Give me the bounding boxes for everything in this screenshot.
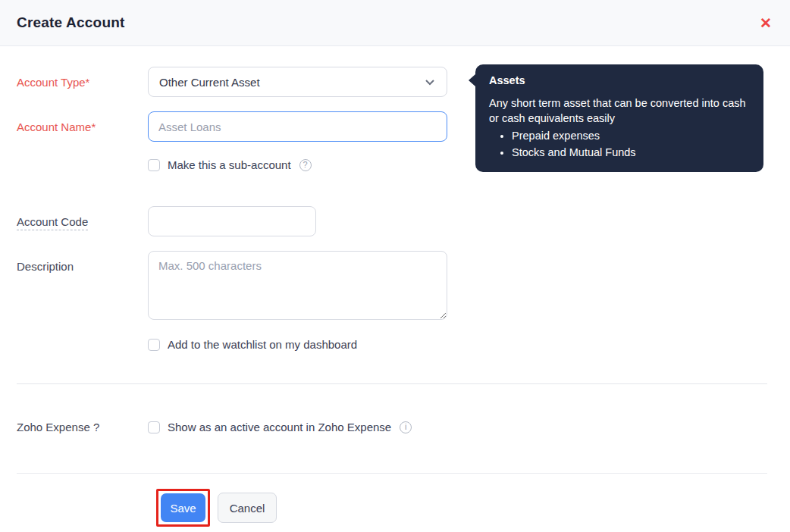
section-divider [17,383,767,384]
tooltip-title: Assets [489,74,750,86]
zoho-expense-label: Zoho Expense ? [17,421,148,433]
account-type-select[interactable]: Other Current Asset [148,67,447,97]
help-icon[interactable]: ? [299,159,312,171]
account-code-label: Account Code [17,215,148,228]
assets-tooltip: Assets Any short term asset that can be … [475,64,763,172]
account-code-row: Account Code [17,206,767,236]
account-type-value: Other Current Asset [159,76,260,89]
save-button-highlight: Save [156,489,210,527]
account-name-input[interactable] [148,111,447,142]
chevron-down-icon [424,76,436,88]
description-textarea[interactable] [148,251,447,320]
account-type-label: Account Type* [17,76,148,89]
zoho-expense-checkbox[interactable] [148,421,160,433]
zoho-expense-checkbox-label: Show as an active account in Zoho Expens… [168,421,391,433]
page-title: Create Account [17,14,125,31]
sub-account-checkbox[interactable] [148,159,160,171]
create-account-modal: Create Account ✕ Account Type* Other Cur… [0,0,790,532]
account-name-label: Account Name* [17,120,148,133]
account-code-input[interactable] [148,206,316,236]
watchlist-checkbox[interactable] [148,339,160,351]
watchlist-row: Add to the watchlist on my dashboard [148,338,767,351]
tooltip-bullet: Stocks and Mutual Funds [512,145,750,160]
save-button[interactable]: Save [161,493,205,522]
zoho-expense-row: Zoho Expense ? Show as an active account… [17,421,767,433]
tooltip-body: Any short term asset that can be convert… [489,95,750,126]
modal-footer: Save Cancel [17,473,767,527]
description-label: Description [17,251,148,273]
modal-header: Create Account ✕ [0,0,790,46]
tooltip-bullet-list: Prepaid expenses Stocks and Mutual Funds [489,128,750,160]
description-row: Description [17,251,767,320]
watchlist-label: Add to the watchlist on my dashboard [168,338,357,351]
info-icon[interactable]: i [400,421,412,433]
tooltip-bullet: Prepaid expenses [512,128,750,143]
sub-account-label: Make this a sub-account [168,158,291,171]
close-icon[interactable]: ✕ [760,16,772,30]
cancel-button[interactable]: Cancel [218,493,277,523]
